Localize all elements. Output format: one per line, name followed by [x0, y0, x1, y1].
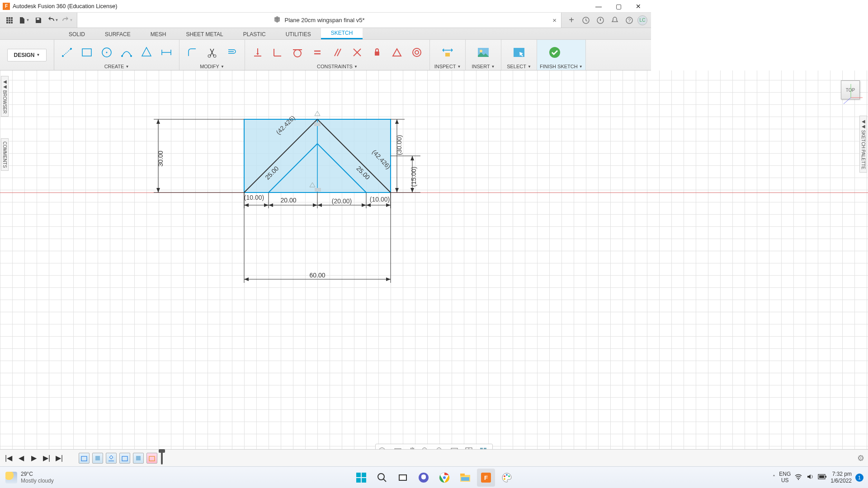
- line-tool[interactable]: [59, 43, 75, 61]
- svg-rect-6: [6, 22, 8, 23]
- constraints-label[interactable]: CONSTRAINTS: [317, 64, 353, 69]
- parallel-constraint[interactable]: [329, 43, 345, 61]
- svg-rect-8: [11, 22, 13, 23]
- redo-button[interactable]: ▼: [61, 14, 73, 26]
- ribbon-group-insert: INSERT▼: [466, 40, 501, 70]
- notifications-button[interactable]: [609, 14, 621, 27]
- trim-tool[interactable]: [204, 43, 220, 61]
- svg-rect-44: [445, 53, 450, 56]
- svg-text:?: ?: [628, 18, 631, 23]
- file-menu-button[interactable]: ▼: [18, 14, 30, 26]
- help-button[interactable]: ?: [623, 14, 636, 27]
- inspect-tool[interactable]: [434, 43, 461, 61]
- select-label[interactable]: SELECT: [507, 64, 526, 69]
- dim-10b: (10.00): [370, 196, 390, 203]
- inspect-label[interactable]: INSPECT: [434, 64, 456, 69]
- undo-button[interactable]: ▼: [47, 14, 59, 26]
- circle-tool[interactable]: [99, 43, 115, 61]
- dim-20b: (20.00): [332, 197, 352, 205]
- finish-label[interactable]: FINISH SKETCH: [540, 64, 578, 69]
- minimize-button[interactable]: —: [589, 0, 609, 13]
- ribbon: DESIGN▼ CREATE▼ MODIFY▼: [0, 40, 651, 70]
- dim-60: 60.00: [309, 272, 325, 279]
- tab-sketch[interactable]: SKETCH: [321, 28, 363, 39]
- canvas[interactable]: ◀◀ BROWSER COMMENTS ◀◀ SKETCH PALETTE TO…: [0, 70, 651, 371]
- svg-rect-47: [514, 48, 524, 57]
- dim-30: 30.00: [157, 150, 164, 166]
- maximize-button[interactable]: ▢: [609, 0, 628, 13]
- dim-30r: (30.00): [396, 135, 403, 155]
- modify-label[interactable]: MODIFY: [200, 64, 219, 69]
- slot-tool[interactable]: [158, 43, 175, 61]
- titlebar: F Autodesk Fusion 360 (Education License…: [0, 0, 651, 13]
- dim-15: (15.00): [410, 167, 417, 187]
- svg-point-32: [294, 50, 301, 57]
- save-button[interactable]: [33, 14, 44, 26]
- ribbon-group-create: CREATE▼: [54, 40, 179, 70]
- document-tab[interactable]: Plane 20cm wingspan final v5* ×: [77, 13, 561, 28]
- horizontal-vertical-constraint[interactable]: [250, 43, 266, 61]
- tab-mesh[interactable]: MESH: [141, 29, 176, 39]
- dim-20a: 20.00: [280, 197, 296, 204]
- select-tool[interactable]: [506, 43, 532, 61]
- equal-constraint[interactable]: [309, 43, 326, 61]
- close-window-button[interactable]: ✕: [628, 0, 648, 13]
- tangent-constraint[interactable]: [289, 43, 306, 61]
- svg-rect-2: [11, 17, 13, 19]
- fillet-tool[interactable]: [184, 43, 200, 61]
- job-status-button[interactable]: [594, 14, 607, 27]
- svg-point-46: [480, 50, 482, 52]
- create-label[interactable]: CREATE: [104, 64, 124, 69]
- svg-rect-40: [375, 52, 379, 56]
- new-tab-button[interactable]: +: [565, 14, 578, 27]
- svg-point-42: [415, 51, 419, 54]
- data-panel-button[interactable]: [4, 14, 15, 26]
- ribbon-group-modify: MODIFY▼: [179, 40, 245, 70]
- svg-point-41: [413, 48, 421, 56]
- ribbon-group-inspect: INSPECT▼: [430, 40, 466, 70]
- svg-rect-9: [37, 18, 39, 20]
- app-icon: F: [3, 3, 10, 10]
- svg-point-22: [130, 55, 132, 57]
- svg-rect-1: [9, 17, 10, 19]
- perpendicular-constraint[interactable]: [349, 43, 365, 61]
- arc-tool[interactable]: [118, 43, 135, 61]
- fix-constraint[interactable]: [369, 43, 385, 61]
- sketch-drawing: 30.00 (42.426) (42.426) 25.00 25.00 (30.…: [0, 70, 651, 351]
- tab-solid[interactable]: SOLID: [59, 29, 95, 39]
- tab-sheet-metal[interactable]: SHEET METAL: [176, 29, 233, 39]
- midpoint-constraint[interactable]: [389, 43, 405, 61]
- document-title: Plane 20cm wingspan final v5*: [284, 17, 364, 23]
- svg-line-17: [63, 49, 71, 56]
- svg-rect-60: [315, 188, 321, 192]
- svg-rect-3: [6, 19, 8, 21]
- workspace-tabs: SOLID SURFACE MESH SHEET METAL PLASTIC U…: [0, 28, 651, 40]
- svg-rect-18: [82, 49, 91, 56]
- tab-surface[interactable]: SURFACE: [95, 29, 141, 39]
- polygon-tool[interactable]: [138, 43, 155, 61]
- workspace-switcher[interactable]: DESIGN▼: [7, 49, 47, 61]
- svg-rect-12: [600, 19, 601, 21]
- close-tab-button[interactable]: ×: [552, 16, 557, 24]
- insert-tool[interactable]: [470, 43, 496, 61]
- svg-rect-4: [9, 19, 10, 21]
- dim-10a: (10.00): [244, 194, 264, 201]
- cube-icon: [274, 16, 281, 25]
- finish-sketch-button[interactable]: [542, 43, 568, 61]
- user-avatar[interactable]: LC: [637, 15, 647, 25]
- quick-access-row: ▼ ▼ ▼ Plane 20cm wingspan final v5* × + …: [0, 13, 651, 28]
- extensions-button[interactable]: [580, 14, 592, 27]
- concentric-constraint[interactable]: [409, 43, 425, 61]
- ribbon-group-constraints: CONSTRAINTS▼: [245, 40, 430, 70]
- svg-point-20: [106, 52, 108, 53]
- rectangle-tool[interactable]: [79, 43, 95, 61]
- svg-rect-59: [314, 122, 321, 126]
- ribbon-group-finish: FINISH SKETCH▼: [537, 40, 586, 70]
- svg-rect-7: [9, 22, 10, 23]
- tab-plastic[interactable]: PLASTIC: [233, 29, 276, 39]
- coincident-constraint[interactable]: [269, 43, 286, 61]
- app-title: Autodesk Fusion 360 (Education License): [13, 3, 589, 9]
- insert-label[interactable]: INSERT: [472, 64, 490, 69]
- tab-utilities[interactable]: UTILITIES: [276, 29, 321, 39]
- offset-tool[interactable]: [224, 43, 240, 61]
